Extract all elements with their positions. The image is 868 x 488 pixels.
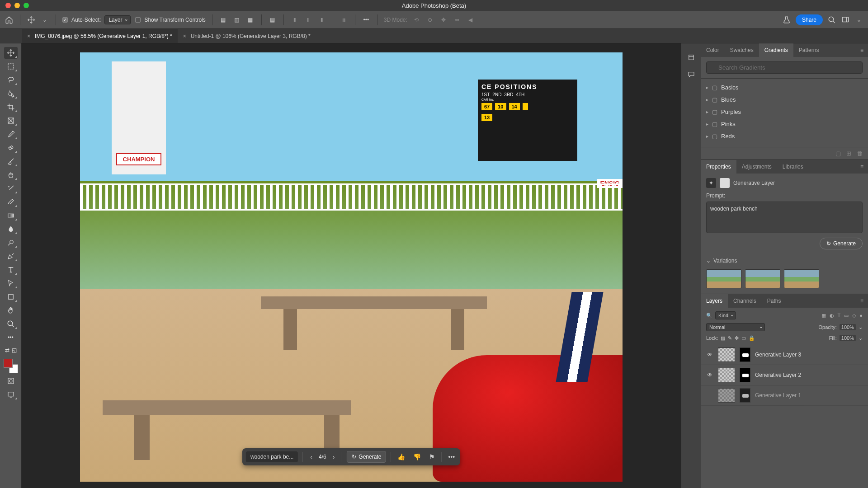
gradient-group[interactable]: ▸▢Blues [706, 94, 863, 106]
filter-type-icon[interactable]: T [838, 313, 841, 319]
opacity-value[interactable]: 100% [840, 324, 856, 330]
search-icon[interactable] [827, 15, 836, 24]
gradient-group[interactable]: ▸▢Basics [706, 81, 863, 94]
gradient-tool[interactable] [4, 210, 18, 221]
default-colors-icon[interactable]: ◱ [11, 347, 18, 353]
layer-name[interactable]: Generative Layer 2 [755, 372, 801, 378]
tab-adjustments[interactable]: Adjustments [736, 160, 777, 174]
distribute-spacing-icon[interactable]: ⫼ [340, 15, 349, 24]
maximize-window-button[interactable] [24, 3, 29, 8]
search-gradients-input[interactable] [706, 61, 863, 74]
tab-libraries[interactable]: Libraries [777, 160, 809, 174]
share-button[interactable]: Share [796, 14, 823, 25]
layer-name[interactable]: Generative Layer 1 [755, 392, 801, 399]
lasso-tool[interactable] [4, 74, 18, 86]
frame-tool[interactable] [4, 115, 18, 127]
prev-variation-button[interactable]: ‹ [307, 452, 315, 461]
visibility-toggle-icon[interactable]: 👁 [706, 352, 713, 358]
gradient-group[interactable]: ▸▢Pinks [706, 118, 863, 130]
flag-icon[interactable]: ⚑ [427, 451, 437, 462]
home-icon[interactable] [5, 15, 14, 24]
layer-list[interactable]: 👁 Generative Layer 3 👁 Generative Layer … [701, 345, 868, 488]
pen-tool[interactable] [4, 250, 18, 262]
layer-thumbnail[interactable] [718, 347, 735, 362]
prompt-textarea[interactable]: wooden park bench [706, 202, 863, 233]
save-folder-icon[interactable]: ▢ [835, 150, 841, 157]
layer-mask-thumbnail[interactable] [740, 368, 750, 382]
filter-adjust-icon[interactable]: ◐ [830, 313, 834, 319]
comments-icon[interactable] [686, 70, 696, 80]
edit-toolbar-icon[interactable]: ••• [4, 332, 18, 343]
zoom-tool[interactable] [4, 318, 18, 330]
foreground-color[interactable] [4, 359, 13, 368]
eraser-tool[interactable] [4, 196, 18, 208]
chevron-down-icon[interactable]: ⌄ [859, 335, 863, 341]
hand-tool[interactable] [4, 305, 18, 316]
next-variation-button[interactable]: › [330, 452, 338, 461]
canvas-area[interactable]: CHAMPION CE POSITIONS 1ST 2ND 3RD 4TH CA… [22, 43, 681, 488]
blur-tool[interactable] [4, 223, 18, 235]
more-icon[interactable]: ••• [446, 451, 457, 462]
panel-icon[interactable] [686, 52, 696, 62]
lock-pixels-icon[interactable]: ✎ [728, 335, 732, 341]
variations-header[interactable]: ⌄ Variations [701, 255, 868, 267]
filter-pixel-icon[interactable]: ▦ [821, 313, 826, 319]
layer-row[interactable]: Generative Layer 1 [701, 385, 868, 406]
layer-thumbnail[interactable] [718, 368, 735, 382]
lock-transparency-icon[interactable]: ▨ [721, 335, 725, 341]
tab-swatches[interactable]: Swatches [725, 43, 759, 57]
auto-select-target-select[interactable]: Layer [104, 15, 131, 24]
close-tab-icon[interactable]: × [27, 33, 30, 39]
color-swatches[interactable] [4, 359, 18, 373]
blend-mode-select[interactable]: Normal [706, 323, 765, 331]
distribute-top-icon[interactable]: ⫴ [290, 15, 299, 24]
tab-channels[interactable]: Channels [728, 294, 762, 308]
swap-colors-icon[interactable]: ⇄ [4, 347, 10, 353]
layer-mask-thumbnail[interactable] [740, 388, 750, 403]
align-left-icon[interactable]: ▤ [219, 15, 228, 24]
beaker-icon[interactable] [782, 15, 791, 24]
gradients-list[interactable]: ▸▢Basics ▸▢Blues ▸▢Purples ▸▢Pinks ▸▢Red… [701, 79, 868, 147]
layer-mask-thumbnail[interactable] [740, 347, 750, 362]
tab-properties[interactable]: Properties [701, 160, 736, 174]
filter-smart-icon[interactable]: ◇ [852, 313, 856, 319]
panel-menu-icon[interactable]: ≡ [856, 43, 868, 57]
move-tool-icon[interactable] [27, 15, 36, 24]
variation-thumbnail[interactable] [706, 269, 741, 288]
tab-paths[interactable]: Paths [762, 294, 787, 308]
brush-tool[interactable] [4, 155, 18, 167]
lock-all-icon[interactable]: 🔒 [749, 335, 755, 341]
lock-artboard-icon[interactable]: ▭ [741, 335, 746, 341]
path-select-tool[interactable] [4, 277, 18, 289]
align-center-h-icon[interactable]: ▥ [232, 15, 241, 24]
layer-row[interactable]: 👁 Generative Layer 3 [701, 345, 868, 365]
close-tab-icon[interactable]: × [183, 33, 186, 39]
distribute-vcenter-icon[interactable]: ⫴ [304, 15, 313, 24]
document-canvas[interactable]: CHAMPION CE POSITIONS 1ST 2ND 3RD 4TH CA… [80, 52, 623, 482]
panel-menu-icon[interactable]: ≡ [856, 160, 868, 174]
tool-preset-dropdown[interactable]: ⌄ [40, 15, 49, 24]
workspace-icon[interactable] [841, 15, 850, 24]
tab-gradients[interactable]: Gradients [759, 43, 793, 57]
variation-thumbnail[interactable] [745, 269, 780, 288]
tab-color[interactable]: Color [701, 43, 725, 57]
dodge-tool[interactable] [4, 237, 18, 249]
visibility-toggle-icon[interactable]: 👁 [706, 372, 713, 378]
generate-button[interactable]: ↻ Generate [820, 238, 863, 249]
filter-toggle-icon[interactable]: ● [859, 313, 863, 319]
new-gradient-icon[interactable]: ⊞ [846, 150, 851, 157]
align-right-icon[interactable]: ▦ [246, 15, 255, 24]
eyedropper-tool[interactable] [4, 128, 18, 140]
thumbs-down-icon[interactable]: 👎 [411, 451, 423, 462]
gradient-group[interactable]: ▸▢Reds [706, 130, 863, 142]
show-transform-checkbox[interactable] [135, 17, 141, 23]
auto-select-checkbox[interactable] [62, 17, 68, 23]
gradient-group[interactable]: ▸▢Purples [706, 106, 863, 118]
distribute-bottom-icon[interactable]: ⫴ [317, 15, 326, 24]
more-options-icon[interactable]: ••• [362, 15, 371, 24]
move-tool[interactable] [4, 47, 18, 59]
clone-stamp-tool[interactable] [4, 169, 18, 181]
filter-shape-icon[interactable]: ▭ [844, 313, 849, 319]
panel-menu-icon[interactable]: ≡ [856, 294, 868, 308]
delete-icon[interactable]: 🗑 [857, 150, 863, 157]
